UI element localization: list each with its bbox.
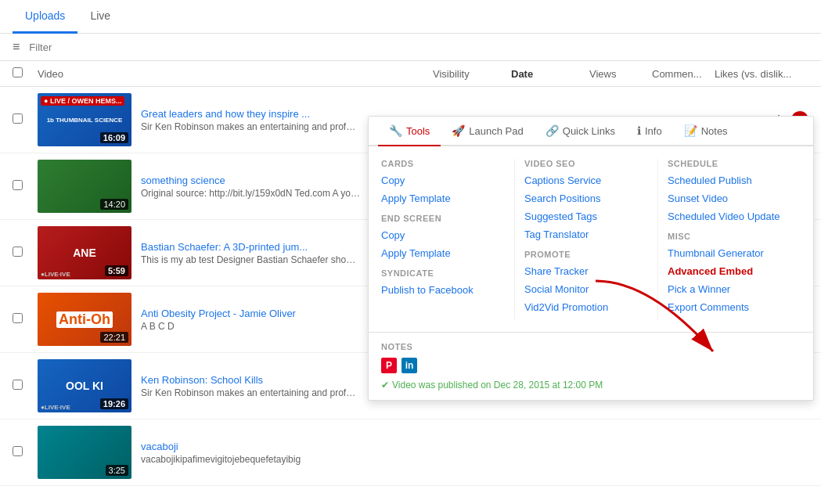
video-desc-3: This is my ab test Designer Bastian Scha… (141, 254, 360, 265)
table-row: 3:25 vacaboji vacabojikipafimevigitojebe… (0, 419, 821, 486)
video-thumbnail-2: 14:20 (38, 160, 131, 213)
row-checkbox-input-2[interactable] (13, 180, 23, 190)
row-checkbox-input-5[interactable] (13, 380, 23, 390)
top-tabs-bar: Uploads Live (0, 0, 821, 34)
video-desc-1: Sir Ken Robinson makes an entertaining a… (141, 121, 360, 132)
scheduled-publish-link[interactable]: Scheduled Publish (668, 175, 791, 186)
launchpad-tab-icon: 🚀 (452, 124, 465, 137)
end-screen-apply-template-link[interactable]: Apply Template (381, 247, 505, 259)
row-checkbox-5 (13, 380, 38, 392)
video-thumbnail-3: ANE ●LIVE·IVE 5:59 (38, 226, 131, 279)
end-screen-section-label: END SCREEN (381, 214, 505, 223)
promote-section-label: PROMOTE (524, 250, 648, 259)
syndicate-section-label: SYNDICATE (381, 268, 505, 278)
header-views-col: Views (589, 68, 652, 80)
panel-col-3: SCHEDULE Scheduled Publish Sunset Video … (657, 159, 801, 319)
tools-dropdown-panel: 🔧 Tools 🚀 Launch Pad 🔗 Quick Links ℹ Inf… (368, 116, 814, 401)
cards-section-label: CARDS (381, 159, 505, 168)
search-positions-link[interactable]: Search Positions (524, 193, 648, 204)
syndicate-section: SYNDICATE Publish to Facebook (381, 268, 505, 296)
cards-apply-template-link[interactable]: Apply Template (381, 193, 505, 204)
header-date-col: Date (511, 68, 589, 80)
header-visibility-col: Visibility (433, 68, 511, 80)
panel-col-1: CARDS Copy Apply Template END SCREEN Cop… (381, 159, 514, 319)
video-desc-2: Original source: http://bit.ly/159x0dN T… (141, 188, 360, 199)
duration-badge-4: 22:21 (100, 332, 128, 343)
vid2vid-promotion-link[interactable]: Vid2Vid Promotion (524, 301, 648, 313)
header-likes-col: Likes (vs. dislik... (715, 68, 808, 80)
panel-tab-launchpad-label: Launch Pad (469, 125, 523, 137)
captions-service-link[interactable]: Captions Service (524, 175, 648, 186)
filter-bar: ≡ (0, 34, 821, 61)
panel-tab-tools[interactable]: 🔧 Tools (378, 117, 441, 146)
tab-live[interactable]: Live (77, 0, 123, 34)
table-header: Video Visibility Date Views Commen... Li… (0, 61, 821, 87)
cards-copy-link[interactable]: Copy (381, 175, 505, 186)
panel-tab-notes-label: Notes (701, 125, 728, 137)
duration-badge-2: 14:20 (100, 199, 128, 210)
linkedin-icon[interactable]: in (401, 358, 417, 373)
video-seo-section-label: VIDEO SEO (524, 159, 648, 168)
video-title-6[interactable]: vacaboji (141, 441, 360, 452)
row-checkbox-input-4[interactable] (13, 313, 23, 323)
suggested-tags-link[interactable]: Suggested Tags (524, 211, 648, 222)
share-tracker-link[interactable]: Share Tracker (524, 265, 648, 277)
video-desc-4: A B C D (141, 321, 360, 332)
row-checkbox-2 (13, 180, 38, 193)
row-checkbox-4 (13, 313, 38, 326)
tab-uploads[interactable]: Uploads (13, 0, 77, 34)
panel-tab-quicklinks-label: Quick Links (563, 125, 615, 137)
filter-input[interactable] (29, 41, 808, 53)
sunset-video-link[interactable]: Sunset Video (668, 193, 791, 204)
duration-badge-3: 5:59 (105, 265, 128, 276)
promote-section: PROMOTE Share Tracker Social Monitor Vid… (524, 250, 648, 313)
video-thumbnail-1: 1b THUMBNAIL SCIENCE ● LIVE / OWEN HEMS.… (38, 93, 131, 146)
duration-badge-1: 16:09 (100, 132, 128, 143)
info-tab-icon: ℹ (637, 124, 641, 137)
video-desc-5: Sir Ken Robinson makes an entertaining a… (141, 387, 360, 398)
video-title-1[interactable]: Great leaders and how they inspire ... (141, 108, 360, 120)
panel-tab-tools-label: Tools (406, 125, 430, 137)
notes-section-label: NOTES (381, 342, 801, 351)
schedule-section-label: SCHEDULE (668, 159, 791, 168)
pinterest-icon[interactable]: P (381, 358, 397, 373)
header-video-col: Video (38, 68, 433, 80)
panel-tab-launchpad[interactable]: 🚀 Launch Pad (441, 117, 534, 146)
panel-tab-info[interactable]: ℹ Info (626, 117, 673, 146)
row-checkbox-3 (13, 247, 38, 259)
end-screen-copy-link[interactable]: Copy (381, 229, 505, 241)
row-checkbox-input-6[interactable] (13, 446, 23, 456)
publish-facebook-link[interactable]: Publish to Facebook (381, 284, 505, 296)
video-desc-6: vacabojikipafimevigitojebequefetayibig (141, 454, 360, 465)
row-checkbox-6 (13, 446, 38, 459)
duration-badge-5: 19:26 (100, 398, 128, 409)
row-checkbox-input-3[interactable] (13, 247, 23, 257)
export-comments-link[interactable]: Export Comments (668, 301, 791, 313)
thumbnail-generator-link[interactable]: Thumbnail Generator (668, 247, 791, 259)
select-all-checkbox[interactable] (13, 67, 23, 77)
scheduled-video-update-link[interactable]: Scheduled Video Update (668, 211, 791, 222)
panel-col-2: VIDEO SEO Captions Service Search Positi… (514, 159, 657, 319)
social-monitor-link[interactable]: Social Monitor (524, 283, 648, 295)
video-title-2[interactable]: something science (141, 175, 360, 186)
panel-tab-quicklinks[interactable]: 🔗 Quick Links (535, 117, 626, 146)
tools-tab-icon: 🔧 (389, 124, 402, 137)
video-info-6: vacaboji vacabojikipafimevigitojebequefe… (141, 441, 808, 465)
video-title-4[interactable]: Anti Obesity Project - Jamie Oliver (141, 308, 360, 319)
advanced-embed-link[interactable]: Advanced Embed (668, 265, 791, 277)
panel-tabs: 🔧 Tools 🚀 Launch Pad 🔗 Quick Links ℹ Inf… (369, 117, 813, 146)
panel-tab-notes[interactable]: 📝 Notes (673, 117, 739, 146)
video-title-3[interactable]: Bastian Schaefer: A 3D-printed jum... (141, 241, 360, 253)
row-checkbox-input-1[interactable] (13, 113, 23, 124)
pick-a-winner-link[interactable]: Pick a Winner (668, 283, 791, 295)
panel-tools-content: CARDS Copy Apply Template END SCREEN Cop… (369, 146, 813, 332)
checkmark-icon: ✔ (381, 380, 389, 391)
video-thumbnail-6: 3:25 (38, 426, 131, 479)
notes-section: NOTES P in ✔ Video was published on Dec … (369, 332, 813, 400)
live-badge-1: ● LIVE / OWEN HEMS... (41, 96, 124, 106)
video-title-5[interactable]: Ken Robinson: School Kills (141, 374, 360, 386)
video-thumbnail-4: Anti-Oh 22:21 (38, 293, 131, 346)
tag-translator-link[interactable]: Tag Translator (524, 229, 648, 240)
panel-tab-info-label: Info (645, 125, 662, 137)
header-checkbox-col (13, 67, 38, 80)
